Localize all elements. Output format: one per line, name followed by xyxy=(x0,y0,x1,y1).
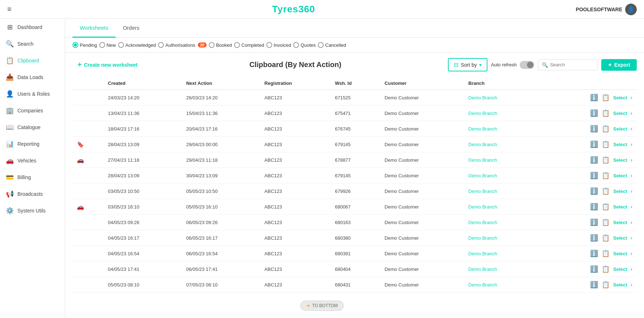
row-3-customer: Demo Customer xyxy=(380,137,464,152)
sidebar-item-companies[interactable]: 🏢 Companies xyxy=(0,102,65,119)
select-button[interactable]: Select xyxy=(613,235,627,241)
sidebar-item-catalogue[interactable]: 📖 Catalogue xyxy=(0,119,65,136)
list-icon[interactable]: 📋 xyxy=(602,281,610,289)
catalogue-icon: 📖 xyxy=(6,123,14,131)
list-icon[interactable]: 📋 xyxy=(602,140,610,148)
filter-completed[interactable]: Completed xyxy=(234,42,264,48)
select-button[interactable]: Select xyxy=(613,173,627,178)
export-button[interactable]: ✦ Export xyxy=(601,59,637,71)
chevron-right-icon[interactable]: › xyxy=(631,126,632,132)
chevron-right-icon[interactable]: › xyxy=(631,266,632,272)
info-icon[interactable]: ℹ️ xyxy=(590,125,598,133)
hamburger-icon[interactable]: ≡ xyxy=(7,5,12,13)
select-button[interactable]: Select xyxy=(613,126,627,132)
row-2-icon xyxy=(72,121,104,137)
info-icon[interactable]: ℹ️ xyxy=(590,281,598,289)
filter-new[interactable]: New xyxy=(99,42,116,48)
sidebar-item-system-utils[interactable]: ⚙️ System Utils xyxy=(0,202,65,219)
select-button[interactable]: Select xyxy=(613,95,627,100)
bottom-bar[interactable]: ➜ TO BOTTOM xyxy=(300,301,344,311)
list-icon[interactable]: 📋 xyxy=(602,172,610,179)
list-icon[interactable]: 📋 xyxy=(602,249,610,257)
tab-worksheets[interactable]: Worksheets xyxy=(72,19,116,38)
sidebar-item-data-loads[interactable]: 📥 Data Loads xyxy=(0,69,65,86)
authorisations-radio-icon xyxy=(158,42,164,48)
info-icon[interactable]: ℹ️ xyxy=(590,218,598,226)
row-7-next_action: 05/05/23 16:10 xyxy=(182,199,260,215)
sidebar-item-billing[interactable]: 💳 Billing xyxy=(0,169,65,186)
sidebar-item-vehicles[interactable]: 🚗 Vehicles xyxy=(0,152,65,169)
info-icon[interactable]: ℹ️ xyxy=(590,234,598,242)
chevron-right-icon[interactable]: › xyxy=(631,251,632,256)
sidebar-item-dashboard[interactable]: ⊞ Dashboard xyxy=(0,19,65,36)
chevron-right-icon[interactable]: › xyxy=(631,282,632,288)
row-4-registration: ABC123 xyxy=(260,152,331,168)
chevron-right-icon[interactable]: › xyxy=(631,173,632,178)
sidebar-item-reporting[interactable]: 📊 Reporting xyxy=(0,136,65,152)
chevron-right-icon[interactable]: › xyxy=(631,188,632,194)
list-icon[interactable]: 📋 xyxy=(602,94,610,102)
select-button[interactable]: Select xyxy=(613,282,627,288)
filter-pending[interactable]: Pending xyxy=(72,42,97,48)
tab-orders[interactable]: Orders xyxy=(116,19,147,38)
select-button[interactable]: Select xyxy=(613,142,627,147)
select-button[interactable]: Select xyxy=(613,204,627,210)
chevron-right-icon[interactable]: › xyxy=(631,235,632,241)
filter-quotes[interactable]: Quotes xyxy=(293,42,316,48)
select-button[interactable]: Select xyxy=(613,189,627,194)
sort-by-button[interactable]: ⊟ Sort by ▾ xyxy=(448,58,487,71)
chevron-right-icon[interactable]: › xyxy=(631,141,632,147)
sidebar-label-system-utils: System Utils xyxy=(17,208,46,214)
filter-cancelled[interactable]: Cancelled xyxy=(318,42,346,48)
row-2-registration: ABC123 xyxy=(260,121,331,137)
list-icon[interactable]: 📋 xyxy=(602,265,610,273)
chevron-right-icon[interactable]: › xyxy=(631,219,632,225)
list-icon[interactable]: 📋 xyxy=(602,203,610,211)
list-icon[interactable]: 📋 xyxy=(602,218,610,226)
info-icon[interactable]: ℹ️ xyxy=(590,265,598,273)
row-0-branch: Demo Branch xyxy=(464,90,537,106)
row-1-actions: ℹ️ 📋 Select › xyxy=(537,106,637,121)
info-icon[interactable]: ℹ️ xyxy=(590,140,598,148)
select-button[interactable]: Select xyxy=(613,111,627,116)
select-button[interactable]: Select xyxy=(613,157,627,163)
sidebar-item-broadcasts[interactable]: 📢 Broadcasts xyxy=(0,186,65,202)
filter-authorisations[interactable]: Authorisations20 xyxy=(158,42,207,48)
chevron-right-icon[interactable]: › xyxy=(631,110,632,116)
create-worksheet-button[interactable]: + Create new worksheet xyxy=(72,58,143,72)
list-icon[interactable]: 📋 xyxy=(602,234,610,242)
info-icon[interactable]: ℹ️ xyxy=(590,156,598,164)
info-icon[interactable]: ℹ️ xyxy=(590,172,598,179)
chevron-right-icon[interactable]: › xyxy=(631,204,632,210)
list-icon[interactable]: 📋 xyxy=(602,156,610,164)
search-box[interactable]: 🔍 xyxy=(538,59,598,70)
info-icon[interactable]: ℹ️ xyxy=(590,109,598,117)
select-button[interactable]: Select xyxy=(613,267,627,272)
row-9-registration: ABC123 xyxy=(260,230,331,246)
row-7-icon: 🚗 xyxy=(72,199,104,215)
sidebar-item-clipboard[interactable]: 📋 Clipboard xyxy=(0,52,65,69)
list-icon[interactable]: 📋 xyxy=(602,109,610,117)
sidebar-label-users-roles: Users & Roles xyxy=(17,91,50,97)
sidebar-item-users-roles[interactable]: 👤 Users & Roles xyxy=(0,86,65,102)
filter-invoiced[interactable]: Invoiced xyxy=(266,42,291,48)
chevron-right-icon[interactable]: › xyxy=(631,157,632,163)
info-icon[interactable]: ℹ️ xyxy=(590,249,598,257)
auto-refresh-toggle[interactable] xyxy=(520,61,534,69)
select-button[interactable]: Select xyxy=(613,220,627,225)
sidebar-item-search[interactable]: 🔍 Search xyxy=(0,36,65,52)
info-icon[interactable]: ℹ️ xyxy=(590,203,598,211)
filter-booked[interactable]: Booked xyxy=(209,42,232,48)
filter-acknowledged[interactable]: Acknowledged xyxy=(118,42,156,48)
row-11-actions: ℹ️ 📋 Select › xyxy=(537,261,637,277)
table-row: 18/04/23 17:1620/04/23 17:16ABC123676745… xyxy=(72,121,637,137)
info-icon[interactable]: ℹ️ xyxy=(590,187,598,195)
select-button[interactable]: Select xyxy=(613,251,627,256)
info-icon[interactable]: ℹ️ xyxy=(590,94,598,102)
user-menu[interactable]: POOLESOFTWARE 👤 xyxy=(576,4,637,15)
list-icon[interactable]: 📋 xyxy=(602,187,610,195)
search-input[interactable] xyxy=(550,62,594,67)
row-8-next_action: 06/05/23 09:26 xyxy=(182,215,260,230)
chevron-right-icon[interactable]: › xyxy=(631,95,632,100)
list-icon[interactable]: 📋 xyxy=(602,125,610,133)
